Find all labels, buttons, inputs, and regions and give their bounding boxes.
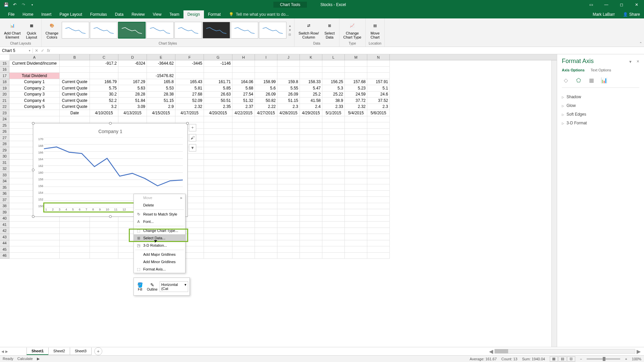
cell-I44[interactable] [255, 240, 277, 247]
cell-I20[interactable]: 26.09 [255, 92, 277, 98]
cell-N17[interactable] [367, 73, 390, 79]
redo-icon[interactable]: ↷ [20, 1, 27, 8]
cell-G42[interactable] [204, 228, 232, 234]
cell-H40[interactable] [232, 216, 255, 222]
cell-N21[interactable]: 37.52 [367, 98, 390, 104]
cell-J42[interactable] [277, 228, 300, 234]
outline-button[interactable]: ✎ Outline [145, 282, 160, 292]
cell-H18[interactable]: 164.06 [232, 79, 255, 85]
cell-M15[interactable] [345, 60, 367, 67]
cell-I43[interactable] [255, 234, 277, 240]
cell-B21[interactable]: Current Quote [60, 98, 90, 104]
cell-K18[interactable]: 158.33 [300, 79, 322, 85]
cell-J35[interactable] [277, 184, 300, 191]
cell-J31[interactable] [277, 160, 300, 166]
cell-I45[interactable] [255, 246, 277, 253]
cell-G33[interactable] [204, 172, 232, 178]
cell-B23[interactable]: Date [60, 110, 90, 116]
cell-M16[interactable] [345, 67, 367, 73]
page-break-view-button[interactable]: ⊟ [567, 356, 575, 362]
cell-G40[interactable] [204, 216, 232, 222]
cell-A18[interactable]: Company 1 [9, 79, 60, 85]
cell-C42[interactable] [90, 228, 118, 234]
cell-J34[interactable] [277, 178, 300, 185]
cell-I31[interactable] [255, 160, 277, 166]
chart-style-8[interactable] [259, 22, 286, 39]
cell-K45[interactable] [300, 246, 322, 253]
cell-N20[interactable]: 24.6 [367, 92, 390, 98]
row-header-29[interactable]: 29 [0, 147, 9, 154]
cell-J22[interactable]: 2.3 [277, 104, 300, 110]
cell-G19[interactable]: 5.85 [204, 85, 232, 92]
cell-L19[interactable]: 5.3 [322, 85, 345, 92]
cell-H30[interactable] [232, 154, 255, 160]
cell-N46[interactable] [367, 253, 390, 259]
cell-G24[interactable] [204, 116, 232, 123]
cell-N38[interactable] [367, 203, 390, 209]
cell-B16[interactable] [60, 67, 90, 73]
cell-I40[interactable] [255, 216, 277, 222]
cell-L44[interactable] [322, 240, 345, 247]
row-header-36[interactable]: 36 [0, 191, 9, 197]
cell-J41[interactable] [277, 222, 300, 228]
cell-M22[interactable]: 2.32 [345, 104, 367, 110]
cell-K27[interactable] [300, 135, 322, 141]
cell-L20[interactable]: 25.22 [322, 92, 345, 98]
cell-A19[interactable]: Company 2 [9, 85, 60, 92]
cell-H42[interactable] [232, 228, 255, 234]
cell-M36[interactable] [345, 191, 367, 197]
column-header-F[interactable]: F [175, 54, 204, 60]
cell-M26[interactable] [345, 129, 367, 135]
cell-M32[interactable] [345, 166, 367, 172]
row-header-28[interactable]: 28 [0, 141, 9, 147]
cell-A45[interactable] [9, 246, 60, 253]
row-header-20[interactable]: 20 [0, 92, 9, 98]
cell-B43[interactable] [60, 234, 90, 240]
cell-C21[interactable]: 52.2 [90, 98, 118, 104]
cell-L18[interactable]: 156.25 [322, 79, 345, 85]
column-header-N[interactable]: N [367, 54, 390, 60]
cell-H22[interactable]: 2.37 [232, 104, 255, 110]
cell-G39[interactable] [204, 209, 232, 216]
cell-H28[interactable] [232, 141, 255, 147]
cell-K22[interactable]: 2.4 [300, 104, 322, 110]
cell-I17[interactable] [255, 73, 277, 79]
cell-J21[interactable]: 51.15 [277, 98, 300, 104]
tab-team[interactable]: Team [165, 10, 183, 18]
cell-L16[interactable] [322, 67, 345, 73]
cell-N19[interactable]: 5.1 [367, 85, 390, 92]
cell-A20[interactable]: Company 3 [9, 92, 60, 98]
tab-design[interactable]: Design [183, 10, 204, 18]
cell-G34[interactable] [204, 178, 232, 185]
row-header-35[interactable]: 35 [0, 184, 9, 191]
hscroll-right-icon[interactable]: ▶ [637, 348, 641, 355]
row-header-38[interactable]: 38 [0, 203, 9, 209]
fill-button[interactable]: 🪣 Fill [135, 282, 145, 292]
cell-M41[interactable] [345, 222, 367, 228]
cell-C16[interactable] [90, 67, 118, 73]
menu-add-minor-gridlines[interactable]: Add Minor Gridlines [134, 258, 185, 265]
column-header-M[interactable]: M [345, 54, 367, 60]
quick-layout-button[interactable]: ▦ Quick Layout [24, 20, 39, 41]
column-header-H[interactable]: H [232, 54, 255, 60]
cell-M19[interactable]: 5.23 [345, 85, 367, 92]
cell-G27[interactable] [204, 135, 232, 141]
cell-I35[interactable] [255, 184, 277, 191]
row-header-19[interactable]: 19 [0, 85, 9, 92]
chart-style-5[interactable] [174, 22, 202, 39]
menu-font[interactable]: AFont... [134, 218, 185, 225]
column-header-K[interactable]: K [300, 54, 322, 60]
cell-G16[interactable] [204, 67, 232, 73]
cell-H26[interactable] [232, 129, 255, 135]
page-layout-view-button[interactable]: ▤ [558, 356, 567, 362]
cell-J38[interactable] [277, 203, 300, 209]
cell-K43[interactable] [300, 234, 322, 240]
cell-M45[interactable] [345, 246, 367, 253]
chart-style-1[interactable] [62, 22, 89, 39]
cell-H33[interactable] [232, 172, 255, 178]
chart-style-6[interactable] [203, 22, 230, 39]
cell-G15[interactable]: -1146 [204, 60, 232, 67]
row-header-42[interactable]: 42 [0, 228, 9, 234]
cell-F20[interactable]: 27.68 [175, 92, 204, 98]
pane-options-icon[interactable]: ▼ [629, 60, 632, 64]
